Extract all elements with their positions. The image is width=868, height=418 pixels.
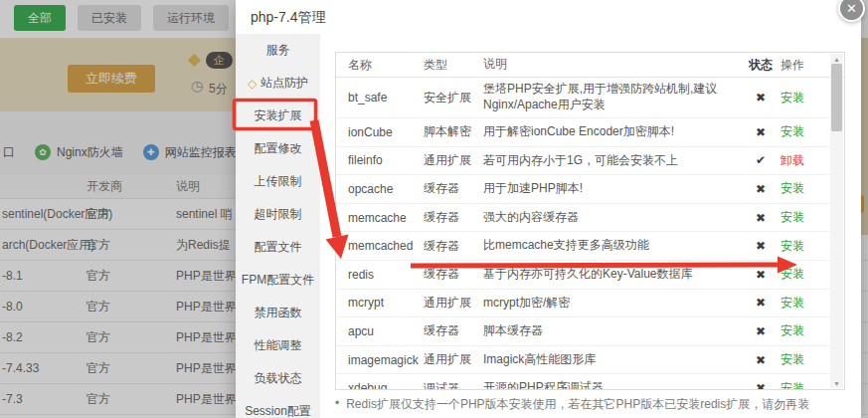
sidebar-item-label: 安装扩展 bbox=[255, 107, 302, 124]
status-not-installed-icon: ✖ bbox=[741, 91, 781, 104]
scroll-down-icon[interactable]: ▼ bbox=[830, 378, 843, 388]
column-header-操作: 操作 bbox=[781, 57, 830, 74]
install-link[interactable]: 安装 bbox=[781, 210, 804, 224]
extension-desc: 用于解密ionCube Encoder加密脚本! bbox=[483, 124, 741, 140]
install-link[interactable]: 安装 bbox=[781, 239, 804, 253]
extension-type: 脚本解密 bbox=[424, 123, 483, 140]
extension-table-header: 名称类型说明状态操作 bbox=[336, 53, 844, 78]
extension-type: 通用扩展 bbox=[424, 295, 483, 312]
sidebar-item-配置修改[interactable]: 配置修改 bbox=[236, 132, 320, 165]
status-not-installed-icon: ✖ bbox=[741, 381, 781, 390]
status-not-installed-icon: ✖ bbox=[741, 268, 781, 282]
extension-name: ionCube bbox=[336, 125, 424, 139]
column-header-状态: 状态 bbox=[741, 57, 781, 74]
extension-row-apcu: apcu缓存器脚本缓存器✖安装 bbox=[336, 317, 844, 346]
extension-type: 通用扩展 bbox=[424, 152, 483, 169]
extension-type: 缓存器 bbox=[424, 238, 483, 255]
sidebar-item-label: 上传限制 bbox=[255, 173, 302, 190]
status-not-installed-icon: ✖ bbox=[741, 125, 781, 139]
extension-table: 名称类型说明状态操作 bt_safe安全扩展堡塔PHP安全扩展,用于增强防跨站机… bbox=[335, 52, 845, 390]
extension-name: imagemagick bbox=[336, 353, 424, 367]
scroll-up-icon[interactable]: ▲ bbox=[830, 54, 843, 64]
sidebar-item-配置文件[interactable]: 配置文件 bbox=[236, 231, 320, 264]
extension-type: 安全扩展 bbox=[424, 90, 483, 106]
bullet: • bbox=[335, 396, 339, 413]
close-icon: ✕ bbox=[846, 1, 857, 16]
sidebar-item-负载状态[interactable]: 负载状态 bbox=[236, 362, 320, 395]
sidebar-item-上传限制[interactable]: 上传限制 bbox=[236, 165, 320, 198]
sidebar-item-label: 超时限制 bbox=[255, 206, 302, 223]
extension-row-opcache: opcache缓存器用于加速PHP脚本!✖安装 bbox=[336, 175, 844, 204]
sidebar-item-label: 配置修改 bbox=[255, 140, 302, 157]
extension-row-redis: redis缓存器基于内存亦可持久化的Key-Value数据库✖安装 bbox=[336, 261, 844, 290]
sidebar-item-Session配置[interactable]: Session配置 bbox=[236, 395, 320, 418]
sidebar-item-label: 性能调整 bbox=[255, 337, 302, 354]
sidebar-item-站点防护[interactable]: ◇站点防护 bbox=[236, 67, 320, 100]
extension-desc: mcrypt加密/解密 bbox=[483, 296, 741, 312]
scrollbar-thumb[interactable] bbox=[831, 64, 842, 131]
extension-name: apcu bbox=[336, 324, 424, 338]
extension-row-mcrypt: mcrypt通用扩展mcrypt加密/解密✖安装 bbox=[336, 290, 844, 318]
extension-desc: Imagick高性能图形库 bbox=[483, 352, 741, 368]
extension-desc: 用于加速PHP脚本! bbox=[483, 181, 741, 197]
extension-type: 缓存器 bbox=[424, 322, 483, 339]
status-not-installed-icon: ✖ bbox=[741, 211, 781, 225]
dialog-sidebar: 服务◇站点防护安装扩展配置修改上传限制超时限制配置文件FPM配置文件禁用函数性能… bbox=[236, 34, 320, 418]
status-installed-icon: ✔ bbox=[741, 153, 781, 167]
sidebar-item-label: 站点防护 bbox=[260, 75, 308, 92]
extension-name: bt_safe bbox=[336, 91, 424, 104]
extension-name: memcached bbox=[336, 239, 424, 253]
sidebar-item-超时限制[interactable]: 超时限制 bbox=[236, 198, 320, 231]
extension-name: mcrypt bbox=[336, 296, 424, 310]
sidebar-item-label: 禁用函数 bbox=[255, 305, 302, 321]
column-header-名称: 名称 bbox=[336, 57, 424, 74]
sidebar-item-性能调整[interactable]: 性能调整 bbox=[236, 329, 320, 362]
extension-type: 缓存器 bbox=[424, 180, 483, 197]
extension-type: 通用扩展 bbox=[424, 351, 483, 368]
install-link[interactable]: 安装 bbox=[781, 124, 804, 138]
sidebar-item-FPM配置文件[interactable]: FPM配置文件 bbox=[236, 264, 320, 297]
uninstall-link[interactable]: 卸载 bbox=[781, 153, 804, 167]
extension-row-memcache: memcache缓存器强大的内容缓存器✖安装 bbox=[336, 204, 844, 233]
install-link[interactable]: 安装 bbox=[781, 267, 804, 281]
extension-name: fileinfo bbox=[336, 153, 424, 167]
sidebar-item-禁用函数[interactable]: 禁用函数 bbox=[236, 297, 320, 329]
extension-type: 调试器 bbox=[424, 380, 483, 390]
install-link[interactable]: 安装 bbox=[781, 91, 804, 104]
extension-desc: 若可用内存小于1G，可能会安装不上 bbox=[483, 153, 741, 169]
install-link[interactable]: 安装 bbox=[781, 181, 804, 195]
sidebar-item-安装扩展[interactable]: 安装扩展 bbox=[236, 100, 320, 132]
sidebar-item-label: Session配置 bbox=[245, 403, 311, 418]
extension-desc: 脚本缓存器 bbox=[483, 323, 741, 339]
extension-name: memcache bbox=[336, 211, 424, 225]
extension-type: 缓存器 bbox=[424, 266, 483, 283]
extension-row-xdebug: xdebug调试器开源的PHP程序调试器✖安装 bbox=[336, 374, 844, 390]
sidebar-item-label: 负载状态 bbox=[255, 370, 302, 387]
sidebar-item-服务[interactable]: 服务 bbox=[236, 34, 320, 67]
column-header-类型: 类型 bbox=[424, 57, 483, 74]
redis-footnote-text: Redis扩展仅支持一个PHP版本安装使用，若在其它PHP版本已安装redis扩… bbox=[346, 396, 809, 413]
install-link[interactable]: 安装 bbox=[781, 323, 804, 337]
sidebar-item-label: FPM配置文件 bbox=[242, 272, 314, 289]
status-not-installed-icon: ✖ bbox=[741, 296, 781, 310]
status-not-installed-icon: ✖ bbox=[741, 353, 781, 367]
extension-type: 缓存器 bbox=[424, 209, 483, 226]
install-link[interactable]: 安装 bbox=[781, 381, 804, 390]
column-header-说明: 说明 bbox=[483, 57, 741, 73]
extension-desc: 开源的PHP程序调试器 bbox=[483, 380, 741, 390]
table-scrollbar[interactable]: ▲ ▼ bbox=[830, 54, 843, 388]
status-not-installed-icon: ✖ bbox=[741, 324, 781, 338]
extension-row-ionCube: ionCube脚本解密用于解密ionCube Encoder加密脚本!✖安装 bbox=[336, 118, 844, 147]
sidebar-item-label: 配置文件 bbox=[255, 239, 302, 256]
install-link[interactable]: 安装 bbox=[781, 352, 804, 366]
screen: 全部已安装运行环境 立即续费 ◆ 企 ◷ 5分 口✿Nginx防火墙✚网站监控报… bbox=[0, 0, 868, 418]
extension-name: xdebug bbox=[336, 381, 424, 390]
extension-desc: 比memcache支持更多高级功能 bbox=[483, 238, 741, 254]
install-link[interactable]: 安装 bbox=[781, 296, 804, 310]
status-not-installed-icon: ✖ bbox=[741, 182, 781, 196]
extension-desc: 堡塔PHP安全扩展,用于增强防跨站机制,建议Nginx/Apache用户安装 bbox=[483, 82, 741, 112]
sidebar-item-label: 服务 bbox=[266, 42, 290, 59]
php-manage-dialog: php-7.4管理 服务◇站点防护安装扩展配置修改上传限制超时限制配置文件FPM… bbox=[236, 0, 861, 418]
status-not-installed-icon: ✖ bbox=[741, 239, 781, 253]
dialog-title: php-7.4管理 bbox=[236, 0, 861, 34]
